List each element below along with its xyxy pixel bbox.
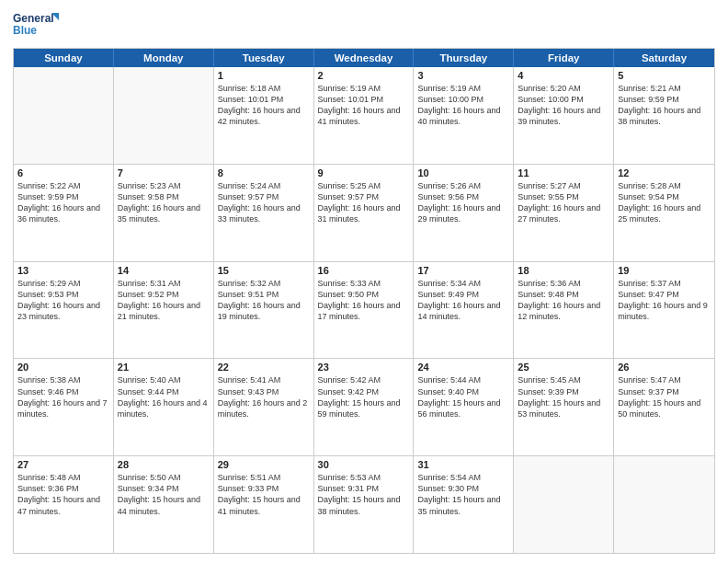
day-number: 18	[518, 265, 609, 276]
sunrise-text: Sunrise: 5:32 AM	[218, 278, 310, 289]
daylight-text: Daylight: 15 hours and 47 minutes.	[17, 494, 109, 516]
week-row-5: 27Sunrise: 5:48 AMSunset: 9:36 PMDayligh…	[14, 456, 714, 553]
sunrise-text: Sunrise: 5:19 AM	[417, 83, 509, 94]
sunrise-text: Sunrise: 5:24 AM	[218, 180, 310, 191]
sunrise-text: Sunrise: 5:31 AM	[118, 278, 210, 289]
day-number: 15	[218, 265, 310, 276]
sunset-text: Sunset: 9:51 PM	[218, 289, 310, 300]
day-number: 29	[218, 459, 310, 470]
sunrise-text: Sunrise: 5:19 AM	[318, 83, 410, 94]
daylight-text: Daylight: 15 hours and 50 minutes.	[618, 397, 711, 419]
daylight-text: Daylight: 16 hours and 29 minutes.	[417, 202, 509, 224]
cal-cell: 22Sunrise: 5:41 AMSunset: 9:43 PMDayligh…	[214, 359, 314, 455]
sunrise-text: Sunrise: 5:23 AM	[118, 180, 210, 191]
day-number: 4	[518, 70, 609, 81]
sunset-text: Sunset: 9:49 PM	[417, 289, 509, 300]
sunset-text: Sunset: 9:48 PM	[518, 289, 609, 300]
cal-cell: 8Sunrise: 5:24 AMSunset: 9:57 PMDaylight…	[214, 165, 314, 261]
sunrise-text: Sunrise: 5:18 AM	[218, 83, 310, 94]
cal-cell: 13Sunrise: 5:29 AMSunset: 9:53 PMDayligh…	[14, 262, 114, 359]
sunset-text: Sunset: 9:57 PM	[218, 191, 310, 202]
cal-cell: 31Sunrise: 5:54 AMSunset: 9:30 PMDayligh…	[414, 456, 514, 553]
calendar-body: 1Sunrise: 5:18 AMSunset: 10:01 PMDayligh…	[14, 67, 714, 553]
cal-cell: 9Sunrise: 5:25 AMSunset: 9:57 PMDaylight…	[314, 165, 415, 261]
sunrise-text: Sunrise: 5:42 AM	[318, 374, 410, 385]
daylight-text: Daylight: 15 hours and 56 minutes.	[417, 397, 509, 419]
sunset-text: Sunset: 9:37 PM	[618, 386, 711, 397]
sunrise-text: Sunrise: 5:47 AM	[618, 374, 711, 385]
page: General Blue SundayMondayTuesdayWednesda…	[0, 0, 728, 563]
sunset-text: Sunset: 9:46 PM	[17, 386, 109, 397]
daylight-text: Daylight: 16 hours and 23 minutes.	[17, 300, 109, 322]
daylight-text: Daylight: 16 hours and 19 minutes.	[218, 300, 310, 322]
sunrise-text: Sunrise: 5:38 AM	[17, 374, 109, 385]
sunset-text: Sunset: 9:39 PM	[518, 386, 609, 397]
sunrise-text: Sunrise: 5:54 AM	[417, 472, 509, 483]
day-number: 3	[417, 70, 509, 81]
daylight-text: Daylight: 16 hours and 40 minutes.	[417, 105, 509, 127]
cal-cell: 1Sunrise: 5:18 AMSunset: 10:01 PMDayligh…	[214, 67, 314, 164]
sunrise-text: Sunrise: 5:33 AM	[318, 278, 410, 289]
calendar: SundayMondayTuesdayWednesdayThursdayFrid…	[13, 48, 715, 554]
day-number: 9	[318, 167, 410, 178]
daylight-text: Daylight: 16 hours and 41 minutes.	[318, 105, 410, 127]
week-row-2: 6Sunrise: 5:22 AMSunset: 9:59 PMDaylight…	[14, 165, 714, 262]
day-number: 26	[618, 362, 711, 373]
sunset-text: Sunset: 9:55 PM	[518, 191, 609, 202]
sunset-text: Sunset: 9:50 PM	[318, 289, 410, 300]
day-number: 31	[417, 459, 509, 470]
day-number: 24	[417, 362, 509, 373]
cal-cell: 30Sunrise: 5:53 AMSunset: 9:31 PMDayligh…	[314, 456, 415, 553]
day-number: 22	[218, 362, 310, 373]
cal-cell	[114, 67, 214, 164]
day-number: 25	[518, 362, 609, 373]
sunrise-text: Sunrise: 5:48 AM	[17, 472, 109, 483]
day-header-friday: Friday	[514, 49, 614, 67]
day-number: 7	[118, 167, 210, 178]
calendar-header: SundayMondayTuesdayWednesdayThursdayFrid…	[14, 49, 714, 67]
day-number: 13	[17, 265, 109, 276]
daylight-text: Daylight: 16 hours and 17 minutes.	[318, 300, 410, 322]
cal-cell: 27Sunrise: 5:48 AMSunset: 9:36 PMDayligh…	[14, 456, 114, 553]
cal-cell: 11Sunrise: 5:27 AMSunset: 9:55 PMDayligh…	[514, 165, 614, 261]
daylight-text: Daylight: 16 hours and 25 minutes.	[618, 202, 711, 224]
sunrise-text: Sunrise: 5:53 AM	[318, 472, 410, 483]
daylight-text: Daylight: 16 hours and 7 minutes.	[17, 397, 109, 419]
daylight-text: Daylight: 16 hours and 21 minutes.	[118, 300, 210, 322]
sunset-text: Sunset: 10:00 PM	[417, 94, 509, 105]
daylight-text: Daylight: 15 hours and 44 minutes.	[118, 494, 210, 516]
cal-cell: 12Sunrise: 5:28 AMSunset: 9:54 PMDayligh…	[614, 165, 714, 261]
svg-text:General: General	[13, 12, 54, 25]
day-number: 23	[318, 362, 410, 373]
daylight-text: Daylight: 15 hours and 38 minutes.	[318, 494, 410, 516]
sunrise-text: Sunrise: 5:50 AM	[118, 472, 210, 483]
day-number: 11	[518, 167, 609, 178]
cal-cell: 2Sunrise: 5:19 AMSunset: 10:01 PMDayligh…	[314, 67, 415, 164]
daylight-text: Daylight: 16 hours and 31 minutes.	[318, 202, 410, 224]
cal-cell: 23Sunrise: 5:42 AMSunset: 9:42 PMDayligh…	[314, 359, 415, 455]
sunrise-text: Sunrise: 5:29 AM	[17, 278, 109, 289]
daylight-text: Daylight: 16 hours and 12 minutes.	[518, 300, 609, 322]
sunset-text: Sunset: 9:59 PM	[618, 94, 711, 105]
sunrise-text: Sunrise: 5:37 AM	[618, 278, 711, 289]
day-number: 1	[218, 70, 310, 81]
day-header-tuesday: Tuesday	[214, 49, 314, 67]
sunset-text: Sunset: 9:33 PM	[218, 483, 310, 494]
header: General Blue	[13, 9, 715, 42]
sunset-text: Sunset: 9:40 PM	[417, 386, 509, 397]
sunrise-text: Sunrise: 5:25 AM	[318, 180, 410, 191]
day-number: 2	[318, 70, 410, 81]
daylight-text: Daylight: 16 hours and 36 minutes.	[17, 202, 109, 224]
daylight-text: Daylight: 16 hours and 35 minutes.	[118, 202, 210, 224]
day-number: 27	[17, 459, 109, 470]
sunrise-text: Sunrise: 5:27 AM	[518, 180, 609, 191]
cal-cell: 21Sunrise: 5:40 AMSunset: 9:44 PMDayligh…	[114, 359, 214, 455]
day-header-saturday: Saturday	[614, 49, 714, 67]
day-header-monday: Monday	[114, 49, 214, 67]
day-number: 5	[618, 70, 711, 81]
cal-cell	[514, 456, 614, 553]
cal-cell: 24Sunrise: 5:44 AMSunset: 9:40 PMDayligh…	[414, 359, 514, 455]
daylight-text: Daylight: 16 hours and 9 minutes.	[618, 300, 711, 322]
cal-cell: 20Sunrise: 5:38 AMSunset: 9:46 PMDayligh…	[14, 359, 114, 455]
logo-svg: General Blue	[13, 9, 59, 42]
